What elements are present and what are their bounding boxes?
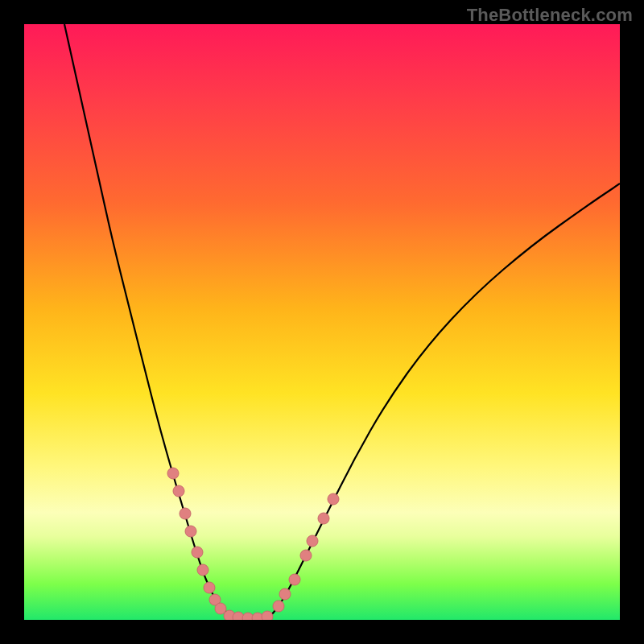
data-dot	[273, 601, 284, 612]
bottleneck-curve	[64, 24, 620, 618]
data-dot	[262, 611, 273, 620]
curve-svg	[24, 24, 620, 620]
data-dot	[180, 508, 191, 519]
data-dot	[307, 535, 318, 547]
data-dot	[167, 468, 179, 479]
data-dot	[197, 564, 208, 576]
data-dot	[185, 526, 196, 537]
data-dot	[289, 574, 300, 585]
data-dot	[328, 493, 339, 505]
data-dot	[173, 485, 184, 497]
data-dot	[279, 588, 291, 600]
data-dot	[204, 582, 215, 593]
dot-cluster-floor	[224, 610, 273, 620]
data-dot	[318, 513, 329, 524]
plot-area	[24, 24, 620, 620]
chart-frame: TheBottleneck.com	[0, 0, 644, 644]
watermark-text: TheBottleneck.com	[467, 5, 633, 26]
dot-cluster-left	[167, 468, 226, 614]
data-dot	[192, 547, 203, 558]
data-dot	[300, 550, 312, 561]
